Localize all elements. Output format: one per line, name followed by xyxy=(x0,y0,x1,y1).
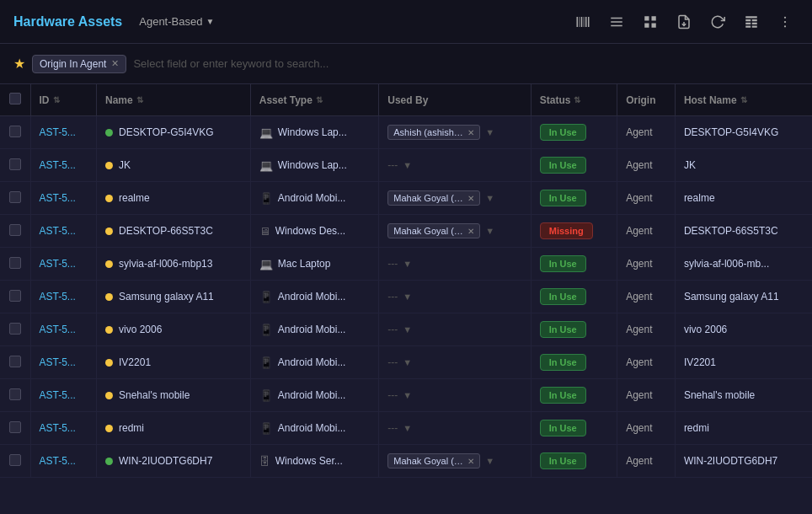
user-tag: Mahak Goyal (m... ✕ xyxy=(387,223,480,238)
user-tag-close[interactable]: ✕ xyxy=(467,194,474,203)
user-tag: Ashish (ashish.d... ✕ xyxy=(387,125,480,140)
row-name-cell: IV2201 xyxy=(97,346,251,379)
row-status-cell: In Use xyxy=(531,445,617,478)
row-checkbox[interactable] xyxy=(9,454,21,466)
filter-tag[interactable]: Origin In Agent ✕ xyxy=(32,55,126,73)
name-sort-icon: ⇅ xyxy=(136,95,143,104)
filter-tag-close[interactable]: ✕ xyxy=(111,58,119,69)
col-origin[interactable]: Origin xyxy=(617,84,676,116)
row-asset-type-cell: 🖥 Windows Des... xyxy=(250,215,379,248)
used-by-empty: --- xyxy=(387,291,398,303)
laptop-icon: 💻 xyxy=(259,126,273,139)
col-id[interactable]: ID ⇅ xyxy=(30,84,97,116)
row-checkbox-cell[interactable] xyxy=(0,412,30,445)
row-asset-type-cell: 📱 Android Mobi... xyxy=(250,182,379,215)
server-icon: 🗄 xyxy=(259,455,270,468)
select-all-checkbox-cell[interactable] xyxy=(0,84,30,116)
user-tag-text: Mahak Goyal (m... xyxy=(393,193,464,203)
row-checkbox[interactable] xyxy=(9,356,21,367)
search-input[interactable]: Select field or enter keyword to search.… xyxy=(133,57,799,70)
row-checkbox-cell[interactable] xyxy=(0,215,30,248)
used-by-empty: --- xyxy=(387,258,398,270)
refresh-btn[interactable] xyxy=(704,8,731,35)
col-used-by[interactable]: Used By xyxy=(379,84,531,116)
svg-point-22 xyxy=(784,20,786,22)
row-checkbox-cell[interactable] xyxy=(0,313,30,346)
row-checkbox-cell[interactable] xyxy=(0,445,30,478)
grid-icon xyxy=(643,14,658,29)
row-checkbox-cell[interactable] xyxy=(0,116,30,149)
row-asset-type-cell: 💻 Mac Laptop xyxy=(250,248,379,281)
device-name: Snehal's mobile xyxy=(119,389,190,401)
select-all-checkbox[interactable] xyxy=(9,93,21,104)
svg-rect-12 xyxy=(652,23,656,27)
row-checkbox-cell[interactable] xyxy=(0,379,30,412)
used-by-dropdown-arrow[interactable]: ▼ xyxy=(485,127,494,137)
more-options-btn[interactable] xyxy=(772,8,799,35)
used-by-dropdown-arrow[interactable]: ▼ xyxy=(485,456,494,466)
row-status-cell: In Use xyxy=(531,248,617,281)
star-btn[interactable]: ★ xyxy=(13,56,25,72)
user-tag-close[interactable]: ✕ xyxy=(467,128,474,137)
grid-view-btn[interactable] xyxy=(637,8,664,35)
row-checkbox-cell[interactable] xyxy=(0,248,30,281)
table-row: AST-5... vivo 2006 📱 Android Mobi... ---… xyxy=(0,313,812,346)
row-checkbox[interactable] xyxy=(9,388,21,400)
used-by-dropdown-arrow[interactable]: ▼ xyxy=(403,423,412,433)
row-origin-cell: Agent xyxy=(617,248,676,281)
used-by-dropdown-arrow[interactable]: ▼ xyxy=(485,193,494,203)
row-checkbox-cell[interactable] xyxy=(0,149,30,182)
view-mode-dropdown[interactable]: Agent-Based ▼ xyxy=(132,12,221,31)
mac-icon: 💻 xyxy=(259,258,273,270)
row-origin-cell: Agent xyxy=(617,346,676,379)
row-checkbox[interactable] xyxy=(9,191,21,203)
row-status-cell: In Use xyxy=(531,412,617,445)
row-checkbox-cell[interactable] xyxy=(0,182,30,215)
row-checkbox[interactable] xyxy=(9,290,21,302)
status-dot xyxy=(105,162,113,169)
col-asset-type[interactable]: Asset Type ⇅ xyxy=(250,84,379,116)
row-checkbox[interactable] xyxy=(9,224,21,236)
col-name[interactable]: Name ⇅ xyxy=(97,84,251,116)
export-btn[interactable] xyxy=(670,8,697,35)
row-used-by-cell: Mahak Goyal (m... ✕ ▼ xyxy=(379,215,531,248)
row-checkbox[interactable] xyxy=(9,323,21,335)
row-checkbox[interactable] xyxy=(9,126,21,137)
table-row: AST-5... redmi 📱 Android Mobi... --- ▼ I… xyxy=(0,412,812,445)
svg-rect-1 xyxy=(580,17,580,27)
user-tag-close[interactable]: ✕ xyxy=(467,457,474,466)
id-sort-icon: ⇅ xyxy=(53,95,60,104)
col-status[interactable]: Status ⇅ xyxy=(531,84,617,116)
used-by-dropdown-arrow[interactable]: ▼ xyxy=(403,292,412,302)
user-tag-close[interactable]: ✕ xyxy=(467,227,474,236)
row-name-cell: sylvia-af-l006-mbp13 xyxy=(97,248,251,281)
list-view-btn[interactable] xyxy=(603,8,630,35)
used-by-dropdown-arrow[interactable]: ▼ xyxy=(403,259,412,269)
row-asset-type-cell: 📱 Android Mobi... xyxy=(250,379,379,412)
used-by-dropdown-arrow[interactable]: ▼ xyxy=(403,357,412,367)
used-by-dropdown-arrow[interactable]: ▼ xyxy=(403,390,412,400)
row-checkbox[interactable] xyxy=(9,158,21,170)
device-name: IV2201 xyxy=(119,356,151,368)
used-by-dropdown-arrow[interactable]: ▼ xyxy=(403,160,412,170)
row-checkbox[interactable] xyxy=(9,421,21,433)
user-tag: Mahak Goyal (m... ✕ xyxy=(387,453,480,468)
barcode-view-btn[interactable] xyxy=(569,8,596,35)
used-by-dropdown-arrow[interactable]: ▼ xyxy=(485,226,494,236)
status-badge: In Use xyxy=(540,354,586,371)
table-settings-btn[interactable] xyxy=(738,8,765,35)
col-hostname[interactable]: Host Name ⇅ xyxy=(675,84,812,116)
row-asset-type-cell: 💻 Windows Lap... xyxy=(250,149,379,182)
barcode-icon xyxy=(575,14,590,29)
row-checkbox-cell[interactable] xyxy=(0,346,30,379)
row-checkbox[interactable] xyxy=(9,257,21,269)
row-id: AST-5... xyxy=(30,445,97,478)
row-id: AST-5... xyxy=(30,313,97,346)
user-tag-text: Mahak Goyal (m... xyxy=(393,456,464,466)
table-container: ID ⇅ Name ⇅ Asset Type ⇅ xyxy=(0,84,812,514)
desktop-icon: 🖥 xyxy=(259,225,270,238)
status-dot xyxy=(105,293,113,301)
used-by-dropdown-arrow[interactable]: ▼ xyxy=(403,324,412,335)
table-body: AST-5... DESKTOP-G5I4VKG 💻 Windows Lap..… xyxy=(0,116,812,478)
row-checkbox-cell[interactable] xyxy=(0,281,30,313)
